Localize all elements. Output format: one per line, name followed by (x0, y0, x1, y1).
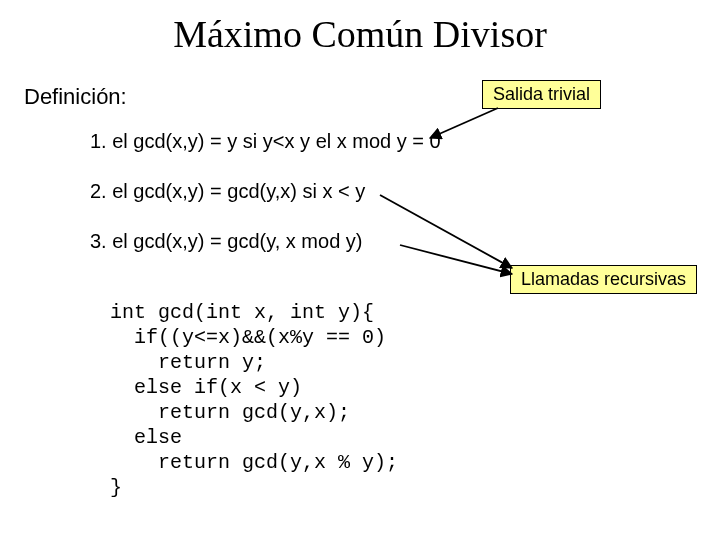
definition-label: Definición: (24, 84, 127, 110)
callout-recursive-calls: Llamadas recursivas (510, 265, 697, 294)
rule-1: 1. el gcd(x,y) = y si y<x y el x mod y =… (90, 130, 441, 153)
arrow-rule3-to-recursive (400, 245, 512, 274)
rule-2: 2. el gcd(x,y) = gcd(y,x) si x < y (90, 180, 365, 203)
code-block: int gcd(int x, int y){ if((y<=x)&&(x%y =… (110, 300, 398, 500)
rule-3: 3. el gcd(x,y) = gcd(y, x mod y) (90, 230, 363, 253)
callout-trivial-exit: Salida trivial (482, 80, 601, 109)
arrow-rule2-to-recursive (380, 195, 512, 268)
page-title: Máximo Común Divisor (0, 12, 720, 56)
